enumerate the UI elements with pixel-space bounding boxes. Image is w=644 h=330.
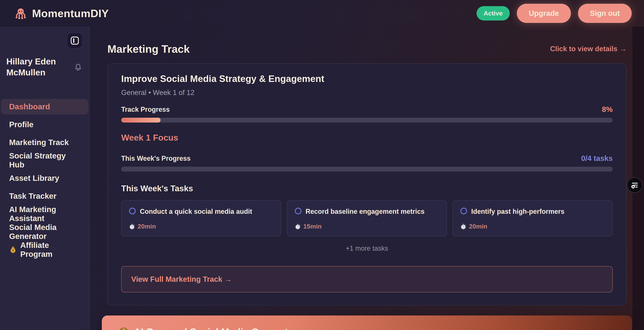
task-title: Identify past high-performers [471, 207, 564, 216]
banner-title-row: AI-Powered Social Media Generator [118, 326, 503, 330]
main-head: Marketing Track Click to view details → [108, 43, 626, 55]
task-card[interactable]: Identify past high-performers [452, 200, 613, 236]
main-content: Marketing Track Click to view details → … [90, 27, 644, 330]
svg-text:$: $ [12, 249, 14, 252]
sidebar-item-label: Affiliate Program [20, 241, 80, 259]
sidebar-item-ai-marketing-assistant[interactable]: AI Marketing Assistant [1, 206, 88, 222]
banner-content: AI-Powered Social Media Generator Create… [118, 326, 503, 330]
sidebar: Hillary Eden McMullen Dashboard Profile … [0, 27, 90, 330]
tasks-title: This Week's Tasks [121, 184, 613, 193]
task-duration: 20min [129, 223, 274, 230]
sidebar-item-label: AI Marketing Assistant [9, 205, 80, 223]
task-duration-text: 15min [303, 223, 322, 230]
app-header: MomentumDIY Active Upgrade Sign out [0, 0, 644, 27]
sidebar-item-dashboard[interactable]: Dashboard [1, 99, 88, 115]
notifications-bell-icon[interactable] [74, 63, 82, 71]
week-progress-bar [121, 167, 613, 171]
task-duration: 15min [295, 223, 439, 230]
task-head: Identify past high-performers [460, 207, 605, 216]
sidebar-item-social-strategy-hub[interactable]: Social Strategy Hub [1, 153, 88, 168]
task-duration-text: 20min [138, 223, 156, 230]
panel-toggle-icon [70, 36, 79, 45]
task-head: Conduct a quick social media audit [129, 207, 274, 216]
week-progress-row: This Week's Progress 0/4 tasks [121, 154, 613, 163]
task-checkbox-circle-icon[interactable] [460, 208, 467, 214]
page-title: Marketing Track [108, 43, 190, 55]
user-row: Hillary Eden McMullen [6, 56, 82, 78]
stopwatch-icon [460, 223, 466, 229]
track-progress-bar [121, 118, 613, 123]
money-bag-icon: $ [9, 246, 17, 254]
week-focus-title: Week 1 Focus [121, 133, 613, 143]
track-subtitle: General • Week 1 of 12 [121, 89, 613, 97]
sidebar-item-label: Marketing Track [9, 138, 69, 147]
view-details-link[interactable]: Click to view details → [550, 45, 626, 53]
track-progress-fill [121, 118, 160, 123]
brand: MomentumDIY [14, 7, 109, 19]
sidebar-item-affiliate-program[interactable]: $ Affiliate Program [1, 242, 88, 258]
track-title: Improve Social Media Strategy & Engageme… [121, 73, 613, 84]
sidebar-nav: Dashboard Profile Marketing Track Social… [0, 99, 89, 258]
palette-icon [118, 327, 129, 330]
sidebar-toggle-wrap [0, 33, 89, 49]
sidebar-item-asset-library[interactable]: Asset Library [1, 170, 88, 186]
signout-button[interactable]: Sign out [578, 4, 632, 23]
sidebar-item-profile[interactable]: Profile [1, 117, 88, 132]
tasks-grid: Conduct a quick social media audit [121, 200, 613, 236]
week-progress-value: 0/4 tasks [581, 154, 613, 163]
octopus-logo-icon [14, 7, 27, 19]
stopwatch-icon [295, 223, 301, 229]
sidebar-item-label: Dashboard [9, 102, 50, 111]
track-progress-label: Track Progress [121, 106, 170, 113]
view-full-track-button[interactable]: View Full Marketing Track → [121, 266, 613, 292]
upgrade-button[interactable]: Upgrade [517, 4, 571, 23]
task-duration-text: 20min [469, 223, 487, 230]
sidebar-item-label: Social Strategy Hub [9, 152, 80, 169]
user-name: Hillary Eden McMullen [6, 56, 58, 78]
task-duration: 20min [460, 223, 605, 230]
task-card[interactable]: Conduct a quick social media audit [121, 200, 281, 236]
sidebar-item-task-tracker[interactable]: Task Tracker [1, 188, 88, 204]
banner-title: AI-Powered Social Media Generator [134, 326, 298, 330]
feedback-list-icon [630, 181, 639, 189]
task-title: Record baseline engagement metrics [306, 207, 424, 216]
sidebar-item-label: Social Media Generator [9, 223, 80, 241]
app-title: MomentumDIY [32, 7, 109, 19]
generator-banner: AI-Powered Social Media Generator Create… [102, 316, 632, 330]
sidebar-item-marketing-track[interactable]: Marketing Track [1, 135, 88, 150]
page: MomentumDIY Active Upgrade Sign out Hill… [0, 0, 644, 330]
sidebar-item-label: Asset Library [9, 174, 59, 183]
week-progress-label: This Week's Progress [121, 155, 190, 163]
sidebar-item-social-media-generator[interactable]: Social Media Generator [1, 224, 88, 240]
status-badge: Active [476, 6, 510, 20]
task-checkbox-circle-icon[interactable] [129, 208, 136, 214]
track-progress-value: 8% [602, 105, 613, 114]
task-head: Record baseline engagement metrics [295, 207, 439, 216]
header-actions: Active Upgrade Sign out [476, 4, 632, 23]
sidebar-toggle-button[interactable] [67, 33, 83, 49]
feedback-widget-button[interactable] [627, 177, 642, 193]
body-row: Hillary Eden McMullen Dashboard Profile … [0, 27, 644, 330]
task-checkbox-circle-icon[interactable] [295, 208, 302, 214]
stopwatch-icon [129, 223, 135, 229]
task-card[interactable]: Record baseline engagement metrics [287, 200, 447, 236]
more-tasks-text: +1 more tasks [121, 245, 613, 252]
track-progress-row: Track Progress 8% [121, 105, 613, 114]
sidebar-item-label: Profile [9, 120, 34, 129]
track-card[interactable]: Improve Social Media Strategy & Engageme… [108, 63, 626, 306]
sidebar-item-label: Task Tracker [9, 192, 56, 200]
task-title: Conduct a quick social media audit [140, 207, 252, 216]
